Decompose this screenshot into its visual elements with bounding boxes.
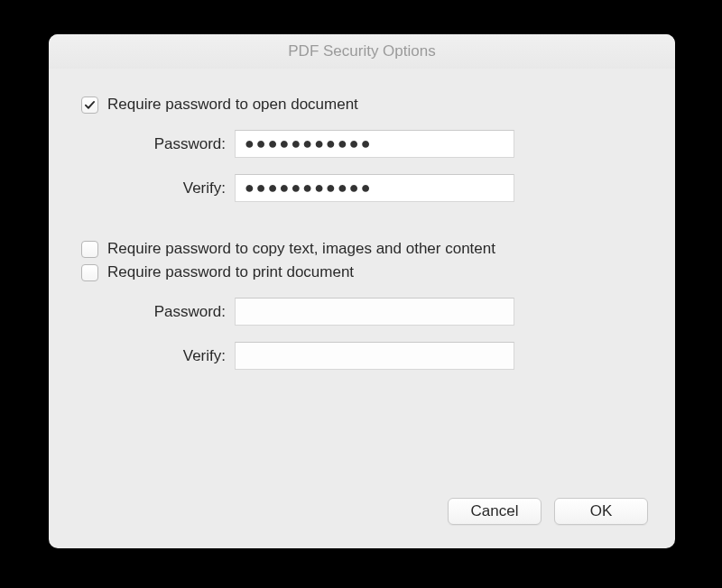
dialog-content: Require password to open document Passwo… — [49, 69, 675, 426]
open-password-section: Require password to open document Passwo… — [81, 96, 643, 202]
perm-password-row: Password: — [81, 298, 643, 326]
require-print-password-row[interactable]: Require password to print document — [81, 263, 643, 281]
require-copy-password-label: Require password to copy text, images an… — [107, 240, 495, 258]
dialog-title: PDF Security Options — [49, 34, 675, 69]
require-open-password-row[interactable]: Require password to open document — [81, 96, 643, 114]
require-print-password-label: Require password to print document — [107, 263, 354, 281]
open-verify-row: Verify: ●●●●●●●●●●● — [81, 174, 643, 202]
open-password-label: Password: — [81, 135, 235, 153]
require-copy-password-checkbox[interactable] — [81, 241, 98, 258]
open-verify-label: Verify: — [81, 179, 235, 198]
dialog-buttons: Cancel OK — [448, 498, 648, 525]
checkmark-icon — [84, 99, 96, 111]
perm-verify-input[interactable] — [235, 342, 514, 370]
open-verify-input[interactable]: ●●●●●●●●●●● — [235, 174, 514, 202]
perm-verify-row: Verify: — [81, 342, 643, 370]
perm-verify-label: Verify: — [81, 347, 235, 365]
cancel-button[interactable]: Cancel — [448, 498, 542, 525]
require-copy-password-row[interactable]: Require password to copy text, images an… — [81, 240, 643, 258]
pdf-security-dialog: PDF Security Options Require password to… — [49, 34, 675, 548]
perm-password-input[interactable] — [235, 298, 514, 326]
require-print-password-checkbox[interactable] — [81, 264, 98, 281]
perm-password-label: Password: — [81, 303, 235, 321]
open-password-row: Password: ●●●●●●●●●●● — [81, 130, 643, 158]
require-open-password-checkbox[interactable] — [81, 96, 98, 114]
require-open-password-label: Require password to open document — [107, 96, 358, 114]
open-password-input[interactable]: ●●●●●●●●●●● — [235, 130, 514, 158]
permissions-section: Require password to copy text, images an… — [81, 240, 643, 370]
ok-button[interactable]: OK — [554, 498, 648, 525]
